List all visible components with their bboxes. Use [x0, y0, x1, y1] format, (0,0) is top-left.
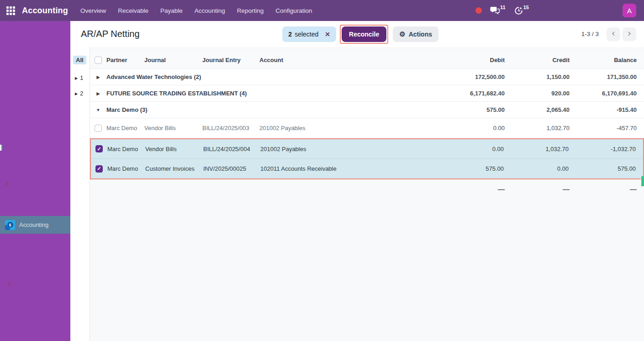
group-marker-2: ▶ 2	[75, 90, 83, 97]
column-header-account[interactable]: Account	[259, 57, 409, 63]
cell-credit: 0.00	[504, 165, 575, 172]
nav-reporting[interactable]: Reporting	[231, 0, 270, 21]
activities-menu[interactable]: 15	[514, 6, 528, 15]
gear-icon: ⚙	[399, 31, 405, 37]
edge-cursor-marker	[641, 176, 644, 186]
page-title: AR/AP Netting	[81, 29, 140, 39]
cell-debit: 0.00	[408, 146, 504, 152]
group-name: Marc Demo (3)	[106, 106, 409, 113]
caret-right-icon: ▶	[97, 91, 100, 96]
cell-partner: Marc Demo	[107, 165, 145, 172]
activity-clock-icon	[514, 6, 523, 15]
cell-balance: -457.70	[575, 125, 644, 131]
list-view-area: All ▶ 1 ▶ 2 Partner Journal Journal Entr…	[70, 47, 644, 341]
cell-debit: 0.00	[409, 125, 505, 131]
cell-debit: 575.00	[408, 165, 504, 172]
accounting-app-icon: $	[5, 220, 15, 230]
select-all-checkbox[interactable]	[95, 57, 102, 64]
table-header-row: Partner Journal Journal Entry Account De…	[90, 52, 644, 69]
recording-indicator-dot	[475, 7, 482, 14]
check-icon: ✓	[97, 146, 101, 152]
group-marker-1: ▶ 1	[75, 75, 83, 81]
nav-overview[interactable]: Overview	[74, 0, 112, 21]
column-header-debit[interactable]: Debit	[409, 57, 505, 63]
apps-sidebar: $ Accounting	[0, 21, 70, 341]
group-balance: -915.40	[575, 106, 644, 113]
cell-account: 201002 Payables	[260, 146, 408, 152]
pager-next-button[interactable]: ›	[623, 27, 636, 41]
group-row-marc-demo[interactable]: ▼ Marc Demo (3) 575.00 2,065.40 -915.40	[90, 102, 644, 118]
group-debit: 172,500.00	[409, 73, 505, 80]
row-checkbox[interactable]	[95, 125, 102, 132]
selection-count: 2	[288, 31, 292, 38]
actions-label: Actions	[409, 31, 432, 38]
footer-credit: —	[505, 185, 575, 193]
cell-credit: 1,032.70	[505, 125, 575, 131]
screen-artifact-edge-chip	[0, 145, 2, 151]
cell-partner: Marc Demo	[106, 125, 144, 131]
caret-right-icon: ▶	[75, 76, 78, 80]
records-table: Partner Journal Journal Entry Account De…	[90, 47, 644, 341]
nav-payable[interactable]: Payable	[154, 0, 189, 21]
app-brand-title[interactable]: Accounting	[22, 6, 68, 16]
caret-right-icon: ▶	[97, 75, 100, 79]
actions-button[interactable]: ⚙ Actions	[393, 26, 438, 42]
row-checkbox-checked[interactable]: ✓	[95, 165, 103, 173]
messages-menu[interactable]: 11	[490, 6, 505, 15]
selection-label: selected	[295, 31, 318, 38]
clear-selection-icon[interactable]: ✕	[325, 31, 330, 38]
table-row[interactable]: Marc Demo Vendor Bills BILL/24/2025/003 …	[90, 118, 644, 138]
select-all-badge[interactable]: All	[73, 56, 86, 64]
nav-receivable[interactable]: Receivable	[112, 0, 154, 21]
group-name: Advanced Water Technologies (2)	[106, 73, 409, 80]
activities-count-badge: 15	[523, 5, 529, 10]
column-header-journal[interactable]: Journal	[144, 57, 202, 63]
cell-account: 201002 Payables	[259, 125, 409, 131]
cell-balance: 575.00	[575, 165, 643, 172]
cell-journal-entry: INV/2025/00025	[203, 165, 260, 172]
pager-previous-button[interactable]: ‹	[607, 27, 620, 41]
cell-journal: Vendor Bills	[144, 125, 202, 131]
apps-grid-icon	[6, 6, 15, 15]
main-content: AR/AP Netting 2 selected ✕ Reconcile ⚙ A…	[70, 21, 644, 341]
left-gutter: All ▶ 1 ▶ 2	[70, 47, 90, 341]
chat-bubbles-icon	[490, 6, 500, 15]
table-row-selected[interactable]: ✓ Marc Demo Vendor Bills BILL/24/2025/00…	[91, 139, 643, 159]
user-avatar[interactable]: A	[623, 4, 636, 17]
apps-menu-button[interactable]	[0, 0, 21, 21]
group-row-future-source[interactable]: ▶ FUTURE SOURCE TRADING ESTABLISHMENT (4…	[90, 85, 644, 102]
sidebar-item-label: Accounting	[19, 221, 48, 228]
caret-down-icon: ▼	[96, 108, 100, 112]
top-navbar: Accounting Overview Receivable Payable A…	[0, 0, 644, 21]
cell-balance: -1,032.70	[575, 146, 643, 152]
cell-journal: Vendor Bills	[145, 146, 203, 152]
table-footer-row: — — —	[90, 179, 644, 199]
nav-configuration[interactable]: Configuration	[269, 0, 318, 21]
column-header-balance[interactable]: Balance	[575, 57, 644, 63]
nav-accounting[interactable]: Accounting	[189, 0, 231, 21]
cell-partner: Marc Demo	[107, 146, 145, 152]
column-header-partner[interactable]: Partner	[106, 57, 144, 63]
column-header-credit[interactable]: Credit	[505, 57, 575, 63]
caret-right-icon: ▶	[75, 92, 78, 96]
pager-range: 1-3 / 3	[581, 31, 599, 37]
messages-count-badge: 11	[500, 5, 506, 10]
group-debit: 6,171,682.40	[409, 90, 505, 97]
chevron-left-icon: ‹	[612, 29, 615, 38]
reconcile-button[interactable]: Reconcile	[342, 26, 386, 42]
topbar-right-cluster: 11 15 A	[475, 0, 644, 21]
selection-toolbar: 2 selected ✕ Reconcile ⚙ Actions	[282, 25, 438, 44]
group-credit: 2,065.40	[505, 106, 575, 113]
group-debit: 575.00	[409, 106, 505, 113]
chevron-right-icon: ›	[628, 29, 631, 38]
cell-credit: 1,032.70	[504, 146, 575, 152]
screen-artifact-brush-mark	[5, 181, 9, 186]
selected-rows-highlight-annotation: ✓ Marc Demo Vendor Bills BILL/24/2025/00…	[90, 138, 644, 179]
row-checkbox-checked[interactable]: ✓	[95, 145, 103, 152]
cell-journal-entry: BILL/24/2025/004	[203, 146, 260, 152]
group-row-advanced-water[interactable]: ▶ Advanced Water Technologies (2) 172,50…	[90, 69, 644, 85]
table-row-selected[interactable]: ✓ Marc Demo Customer Invoices INV/2025/0…	[91, 159, 643, 178]
group-name: FUTURE SOURCE TRADING ESTABLISHMENT (4)	[106, 90, 409, 97]
sidebar-item-accounting[interactable]: $ Accounting	[0, 216, 70, 234]
column-header-journal-entry[interactable]: Journal Entry	[202, 57, 259, 63]
